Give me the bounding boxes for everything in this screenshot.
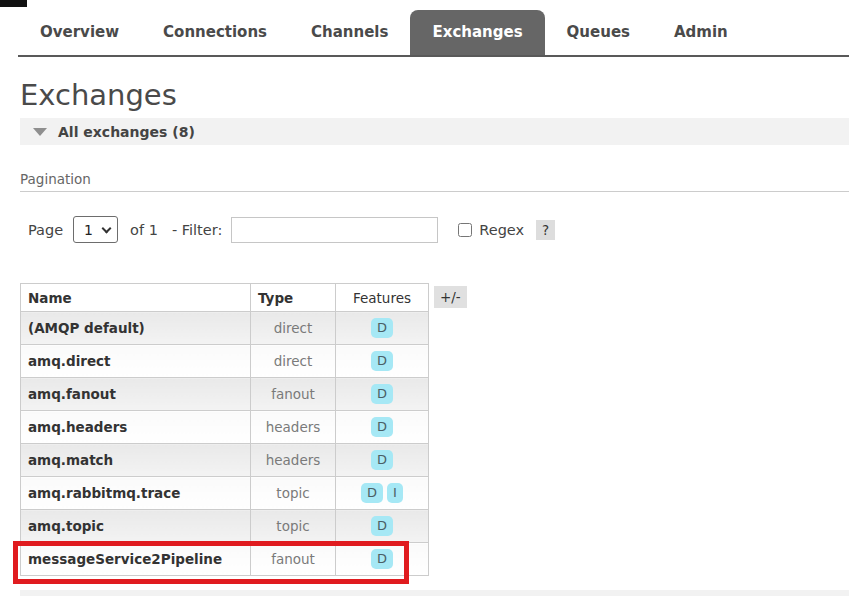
exchange-features: D [336, 411, 429, 444]
table-row[interactable]: amq.directdirectD [21, 345, 429, 378]
pagination-divider [20, 191, 849, 192]
exchange-features: DI [336, 477, 429, 510]
column-header-features: Features [336, 284, 429, 312]
table-row-highlighted[interactable]: messageService2PipelinefanoutD [21, 543, 429, 576]
page-select-wrap: 1 [73, 216, 118, 243]
main-nav: OverviewConnectionsChannelsExchangesQueu… [18, 0, 849, 57]
exchange-name[interactable]: messageService2Pipeline [21, 543, 251, 576]
help-button[interactable]: ? [536, 220, 555, 240]
tab-connections[interactable]: Connections [141, 10, 289, 55]
corner-mark [0, 0, 27, 7]
column-toggle-button[interactable]: +/- [434, 286, 467, 308]
filter-label: - Filter: [172, 222, 222, 238]
exchange-features: D [336, 510, 429, 543]
feature-badge-d: D [371, 516, 393, 536]
table-header-row: Name Type Features [21, 284, 429, 312]
exchange-name[interactable]: amq.rabbitmq.trace [21, 477, 251, 510]
page-title: Exchanges [20, 79, 849, 112]
exchanges-table: Name Type Features (AMQP default)directD… [20, 283, 429, 576]
table-row[interactable]: amq.matchheadersD [21, 444, 429, 477]
exchange-features: D [336, 378, 429, 411]
all-exchanges-section-toggle[interactable]: All exchanges (8) [20, 118, 849, 145]
exchange-name[interactable]: amq.topic [21, 510, 251, 543]
page-select[interactable]: 1 [73, 216, 118, 243]
exchange-features: D [336, 345, 429, 378]
exchange-features: D [336, 543, 429, 576]
collapsed-section-bar[interactable] [20, 590, 849, 596]
feature-badge-d: D [371, 450, 393, 470]
all-exchanges-label: All exchanges (8) [58, 124, 195, 140]
feature-badge-d: D [371, 351, 393, 371]
collapse-triangle-icon [33, 128, 47, 136]
pagination-controls: Page 1 of 1 - Filter: Regex ? [28, 216, 849, 243]
exchange-name[interactable]: amq.direct [21, 345, 251, 378]
exchange-name[interactable]: amq.match [21, 444, 251, 477]
table-row[interactable]: (AMQP default)directD [21, 312, 429, 345]
page-label: Page [28, 222, 63, 238]
exchange-type: headers [251, 411, 336, 444]
exchange-name[interactable]: (AMQP default) [21, 312, 251, 345]
page-count-label: of 1 [130, 222, 158, 238]
exchange-type: direct [251, 312, 336, 345]
exchange-name[interactable]: amq.headers [21, 411, 251, 444]
table-row[interactable]: amq.fanoutfanoutD [21, 378, 429, 411]
tab-list: OverviewConnectionsChannelsExchangesQueu… [18, 10, 750, 55]
exchange-type: headers [251, 444, 336, 477]
tab-channels[interactable]: Channels [289, 10, 410, 55]
exchange-name[interactable]: amq.fanout [21, 378, 251, 411]
feature-badge-d: D [371, 318, 393, 338]
table-row[interactable]: amq.topictopicD [21, 510, 429, 543]
tab-queues[interactable]: Queues [545, 10, 652, 55]
exchanges-table-area: Name Type Features (AMQP default)directD… [20, 283, 500, 576]
table-row[interactable]: amq.headersheadersD [21, 411, 429, 444]
feature-badge-d: D [371, 384, 393, 404]
regex-label: Regex [479, 222, 524, 238]
filter-input[interactable] [231, 217, 438, 243]
exchange-type: direct [251, 345, 336, 378]
tab-overview[interactable]: Overview [18, 10, 141, 55]
exchange-type: fanout [251, 378, 336, 411]
feature-badge-i: I [387, 483, 403, 503]
pagination-heading: Pagination [20, 171, 849, 187]
table-row[interactable]: amq.rabbitmq.tracetopicDI [21, 477, 429, 510]
tab-exchanges[interactable]: Exchanges [410, 10, 544, 55]
column-header-name[interactable]: Name [21, 284, 251, 312]
tab-admin[interactable]: Admin [652, 10, 750, 55]
column-header-type[interactable]: Type [251, 284, 336, 312]
exchange-features: D [336, 312, 429, 345]
exchange-type: topic [251, 510, 336, 543]
feature-badge-d: D [371, 417, 393, 437]
exchange-type: topic [251, 477, 336, 510]
exchange-features: D [336, 444, 429, 477]
exchange-type: fanout [251, 543, 336, 576]
feature-badge-d: D [371, 549, 393, 569]
feature-badge-d: D [361, 483, 383, 503]
regex-checkbox[interactable] [458, 223, 472, 237]
